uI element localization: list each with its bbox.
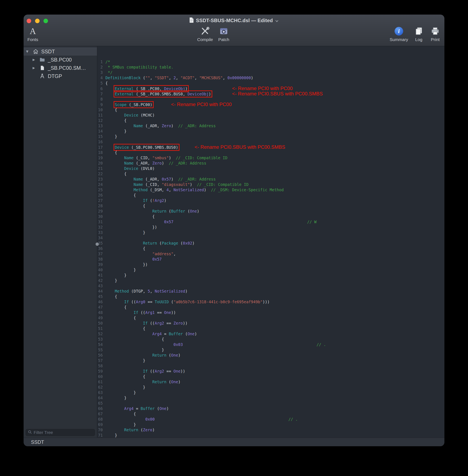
- code-line: 5{: [97, 80, 444, 86]
- code-token: ,: [223, 75, 227, 80]
- sidebar-item-label: SSDT: [41, 49, 55, 55]
- line-number: 55: [97, 347, 105, 353]
- code-token: [105, 166, 124, 171]
- line-number: 4: [97, 75, 105, 80]
- fonts-button[interactable]: A Fonts: [24, 26, 42, 42]
- code-token: (_ADR,: [133, 161, 152, 165]
- code-line: 43: [97, 283, 444, 288]
- code-token: [105, 161, 124, 165]
- print-button[interactable]: Print: [426, 26, 444, 42]
- code-line: 24 Name (_CID, "diagsvault") // _CID: Co…: [97, 182, 444, 187]
- code-token: )): [180, 369, 185, 373]
- filter-tree-field[interactable]: [26, 429, 95, 436]
- code-token: Method: [115, 289, 129, 293]
- code-token: {: [105, 107, 117, 112]
- disclosure-down-icon[interactable]: ▼: [26, 50, 32, 53]
- code-token: [105, 380, 152, 384]
- code-token: Name: [133, 177, 143, 181]
- filter-tree-input[interactable]: [34, 430, 93, 435]
- line-number: 52: [97, 331, 105, 337]
- code-token: // _CID: Compatible ID: [176, 156, 227, 160]
- status-bar: SSDT: [24, 438, 444, 446]
- code-token: 0x57: [162, 177, 171, 181]
- code-token: (: [166, 353, 171, 357]
- code-line: 46 If ((Arg0 == ToUUID ("a0b5b7c6-1318-4…: [97, 299, 444, 304]
- sidebar-tree: ▼SSDT▶_SB.PC00▶_SB.PC00.SM…DTGP: [24, 46, 97, 80]
- disclosure-right-icon[interactable]: ▶: [33, 66, 39, 70]
- document-proxy-icon[interactable]: [189, 17, 194, 24]
- patch-button[interactable]: Patch: [215, 26, 233, 42]
- code-token: ))): [263, 299, 269, 304]
- code-token: (_SB.PC00.SMBS.BUS0): [129, 145, 178, 149]
- code-token: }: [105, 433, 117, 437]
- code-line: 18 {: [97, 150, 444, 155]
- code-token: [105, 220, 164, 224]
- code-token: "": [145, 75, 150, 80]
- code-token: (: [166, 209, 171, 213]
- rename-highlight-box: External (_SB_.PC00, DeviceObj): [115, 86, 188, 91]
- summary-button[interactable]: i Summary: [389, 26, 409, 42]
- code-line: 25 Method (_DSM, 4, NotSerialized) // _D…: [97, 187, 444, 193]
- code-line: 8: [97, 96, 444, 102]
- code-line: 11 Device (MCHC): [97, 112, 444, 118]
- title-chevron-down-icon[interactable]: [275, 20, 279, 23]
- line-number: 64: [97, 395, 105, 401]
- line-number: 5: [97, 80, 105, 86]
- line-number: 18: [97, 150, 105, 155]
- window-title: SSDT-SBUS-MCHC.dsl — Edited: [196, 18, 273, 23]
- code-token: /*: [105, 60, 110, 64]
- compile-button[interactable]: Compile: [196, 26, 214, 42]
- code-token: "diagsvault": [162, 182, 190, 187]
- line-number: 61: [97, 379, 105, 385]
- code-line: 35 Return (Package (0x02): [97, 240, 444, 246]
- code-editor[interactable]: 1/*2 * SMBus compatibility table.3 */4De…: [97, 46, 444, 438]
- code-token: If: [133, 310, 138, 315]
- code-token: ): [171, 123, 178, 128]
- code-token: ==: [146, 299, 155, 304]
- code-token: One: [171, 380, 178, 384]
- code-token: [105, 353, 152, 357]
- code-token: ((: [148, 321, 155, 325]
- compile-label: Compile: [197, 37, 213, 42]
- sidebar-item-sb-pc00[interactable]: ▶_SB.PC00: [24, 56, 97, 64]
- code-line: 23 Name (_ADR, 0x57) // _ADR: Address: [97, 177, 444, 182]
- code-token: // _ADR: Address: [178, 123, 216, 128]
- code-token: ((: [129, 299, 136, 304]
- code-token: {: [105, 81, 108, 85]
- disclosure-right-icon[interactable]: ▶: [33, 58, 39, 61]
- code-token: [152, 102, 171, 107]
- code-line: 66 Arg4 = Buffer (One): [97, 406, 444, 411]
- code-token: Return: [152, 380, 166, 384]
- code-token: One: [190, 209, 197, 213]
- code-line: 10 {: [97, 107, 444, 112]
- code-token: Return: [152, 353, 166, 357]
- code-token: ,: [150, 75, 155, 80]
- sidebar-item-sb-pc00-sm[interactable]: ▶_SB.PC00.SM…: [24, 64, 97, 72]
- line-number: 6: [97, 86, 105, 91]
- line-number: 57: [97, 358, 105, 363]
- print-printer-icon: [430, 26, 440, 37]
- log-pages-icon: [414, 26, 423, 37]
- code-token: [188, 86, 232, 91]
- code-token: }: [105, 129, 127, 133]
- code-token: {: [105, 150, 117, 155]
- split-handle[interactable]: [96, 242, 99, 246]
- code-token: {: [105, 172, 127, 176]
- code-token: 0x02: [183, 241, 192, 245]
- code-token: [105, 198, 143, 203]
- code-token: ): [197, 209, 199, 213]
- code-token: // W: [307, 220, 317, 224]
- code-token: {: [105, 412, 136, 416]
- code-token: // .: [317, 342, 326, 347]
- code-token: (: [141, 75, 146, 80]
- line-number: 71: [97, 432, 105, 438]
- code-token: ): [190, 182, 197, 187]
- sidebar-item-ssdt[interactable]: ▼SSDT: [24, 47, 97, 56]
- sidebar-item-dtgp[interactable]: DTGP: [24, 72, 97, 80]
- code-token: [174, 220, 307, 224]
- code-token: If: [143, 198, 148, 203]
- code-line: 70 Return (Zero): [97, 427, 444, 432]
- log-button[interactable]: Log: [410, 26, 427, 42]
- code-token: 0x00000000: [227, 75, 251, 80]
- code-token: Buffer: [141, 406, 155, 411]
